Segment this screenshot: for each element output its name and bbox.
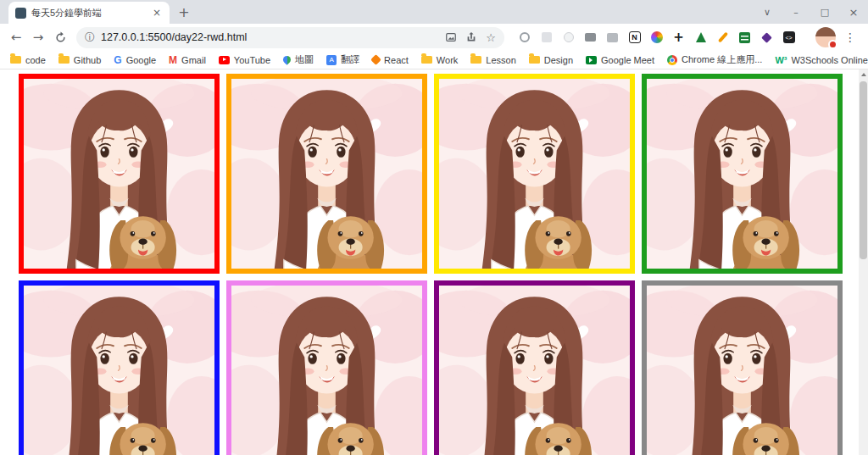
- bookmark-code[interactable]: code: [10, 55, 46, 65]
- window-maximize-button[interactable]: □: [810, 0, 839, 24]
- window-close-button[interactable]: ×: [839, 0, 868, 24]
- bookmark-label: Lesson: [486, 55, 515, 65]
- bookmark-chrome-webstore[interactable]: Chrome 線上應用...: [667, 53, 762, 66]
- new-tab-button[interactable]: +: [173, 2, 195, 22]
- girl-dog-illustration: [24, 79, 214, 269]
- chrome-icon: [667, 55, 677, 65]
- wand-glyph: [520, 32, 530, 42]
- image-glyph: [607, 33, 618, 42]
- image-card-3: [434, 74, 635, 274]
- bookmark-youtube[interactable]: YouTube: [219, 55, 270, 65]
- image-card-5: [19, 280, 220, 455]
- image-card-1: [19, 74, 220, 274]
- youtube-icon: [219, 56, 230, 64]
- extension-camera-icon[interactable]: [582, 30, 598, 46]
- extension-screenshot-icon[interactable]: [538, 30, 554, 46]
- image-card-6: [226, 280, 427, 455]
- diamond-glyph: [761, 32, 772, 43]
- site-info-icon[interactable]: ⓘ: [85, 31, 95, 45]
- bookmark-label: Design: [544, 55, 573, 65]
- bookmark-w3schools[interactable]: W³W3Schools Online...: [775, 55, 868, 65]
- bookmark-maps[interactable]: 地圖: [283, 53, 314, 66]
- bookmark-label: Google: [126, 55, 156, 65]
- bookmark-label: 翻譯: [341, 53, 359, 66]
- page-content: [0, 69, 868, 455]
- forward-icon[interactable]: →: [27, 26, 49, 48]
- meet-icon: [586, 56, 597, 64]
- extension-colorwheel-icon[interactable]: [648, 30, 665, 46]
- navigation-bar: ← → ⓘ 127.0.0.1:5500/day22-rwd.html ☆ N …: [0, 24, 868, 51]
- extension-wand-icon[interactable]: [516, 30, 532, 46]
- bookmark-star-icon[interactable]: ☆: [486, 31, 496, 44]
- bookmark-gmail[interactable]: MGmail: [169, 54, 206, 66]
- extension-move-icon[interactable]: +: [670, 30, 687, 46]
- girl-dog-illustration: [439, 286, 630, 455]
- girl-dog-illustration: [231, 286, 422, 455]
- extension-picker-icon[interactable]: [560, 30, 576, 46]
- page-scrollbar[interactable]: [859, 69, 868, 455]
- scrollbar-up-arrow-icon[interactable]: [859, 69, 868, 80]
- refresh-icon[interactable]: [49, 26, 71, 48]
- image-search-icon[interactable]: [445, 31, 457, 43]
- extension-image-icon[interactable]: [604, 30, 620, 46]
- bookmark-github[interactable]: Github: [58, 55, 101, 65]
- bookmark-label: W3Schools Online...: [791, 55, 868, 65]
- browser-tab[interactable]: 每天5分鐘學前端 ×: [8, 2, 170, 24]
- window-minimize-button[interactable]: –: [782, 0, 810, 24]
- profile-avatar[interactable]: [815, 27, 836, 47]
- girl-dog-illustration: [24, 286, 214, 455]
- screenshot-glyph: [542, 32, 552, 42]
- spreadsheet-glyph: [739, 32, 750, 43]
- colorwheel-glyph: [651, 31, 663, 43]
- bookmark-work[interactable]: Work: [421, 55, 458, 65]
- folder-icon: [10, 56, 21, 64]
- bookmark-label: Google Meet: [601, 55, 654, 65]
- extension-spreadsheet-icon[interactable]: [737, 30, 753, 46]
- extension-diamond-icon[interactable]: [759, 30, 775, 46]
- extension-highlighter-icon[interactable]: [715, 30, 731, 46]
- folder-icon: [421, 56, 432, 64]
- bookmark-google-meet[interactable]: Google Meet: [586, 55, 654, 65]
- back-icon[interactable]: ←: [5, 26, 27, 48]
- google-icon: G: [114, 54, 121, 66]
- url-text[interactable]: 127.0.0.1:5500/day22-rwd.html: [101, 31, 445, 43]
- camera-glyph: [585, 33, 596, 42]
- browser-menu-icon[interactable]: ⋮: [844, 31, 856, 44]
- image-grid: [0, 69, 868, 455]
- bookmark-google[interactable]: GGoogle: [114, 54, 156, 66]
- tab-search-chevron-icon[interactable]: ∨: [753, 0, 782, 24]
- bookmark-label: Chrome 線上應用...: [682, 53, 762, 66]
- tab-title: 每天5分鐘學前端: [31, 7, 146, 19]
- tab-close-icon[interactable]: ×: [151, 7, 163, 19]
- bookmark-translate[interactable]: A翻譯: [326, 53, 359, 66]
- maps-icon: [281, 54, 292, 65]
- window-controls: ∨ – □ ×: [753, 0, 868, 24]
- w3schools-icon: W³: [775, 55, 787, 65]
- move-glyph: +: [673, 31, 684, 44]
- folder-icon: [470, 56, 481, 64]
- extension-tree-icon[interactable]: [693, 30, 709, 46]
- devtools-glyph: <>: [783, 31, 795, 43]
- folder-icon: [529, 56, 540, 64]
- bookmark-label: 地圖: [295, 53, 314, 66]
- bookmark-lesson[interactable]: Lesson: [470, 55, 515, 65]
- image-card-2: [226, 74, 427, 274]
- bookmark-label: Work: [437, 55, 458, 65]
- picker-glyph: [564, 32, 574, 42]
- image-card-4: [642, 74, 843, 274]
- bookmark-react[interactable]: React: [372, 55, 409, 65]
- bookmark-label: code: [25, 55, 46, 65]
- extension-devtools-icon[interactable]: <>: [781, 30, 797, 46]
- react-icon: [370, 54, 381, 65]
- gmail-icon: M: [169, 54, 177, 66]
- bookmark-label: YouTube: [234, 55, 270, 65]
- extension-notion-icon[interactable]: N: [626, 30, 643, 46]
- address-bar[interactable]: ⓘ 127.0.0.1:5500/day22-rwd.html ☆: [76, 27, 504, 48]
- tab-strip: 每天5分鐘學前端 × + ∨ – □ ×: [0, 0, 868, 24]
- extensions-tray: N + <>: [516, 30, 810, 46]
- scrollbar-thumb[interactable]: [860, 81, 867, 259]
- image-card-8: [642, 280, 843, 455]
- bookmark-design[interactable]: Design: [529, 55, 573, 65]
- share-icon[interactable]: [465, 31, 477, 43]
- girl-dog-illustration: [647, 286, 837, 455]
